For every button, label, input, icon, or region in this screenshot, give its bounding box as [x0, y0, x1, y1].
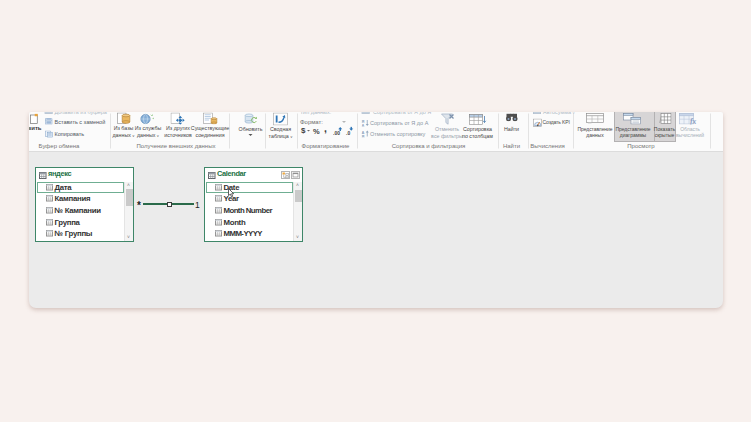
- svg-text:А: А: [362, 123, 365, 127]
- svg-text:fx: fx: [690, 117, 696, 125]
- svg-text:.00: .00: [333, 130, 340, 136]
- svg-text:Я: Я: [362, 134, 365, 138]
- svg-text:.0: .0: [346, 130, 350, 136]
